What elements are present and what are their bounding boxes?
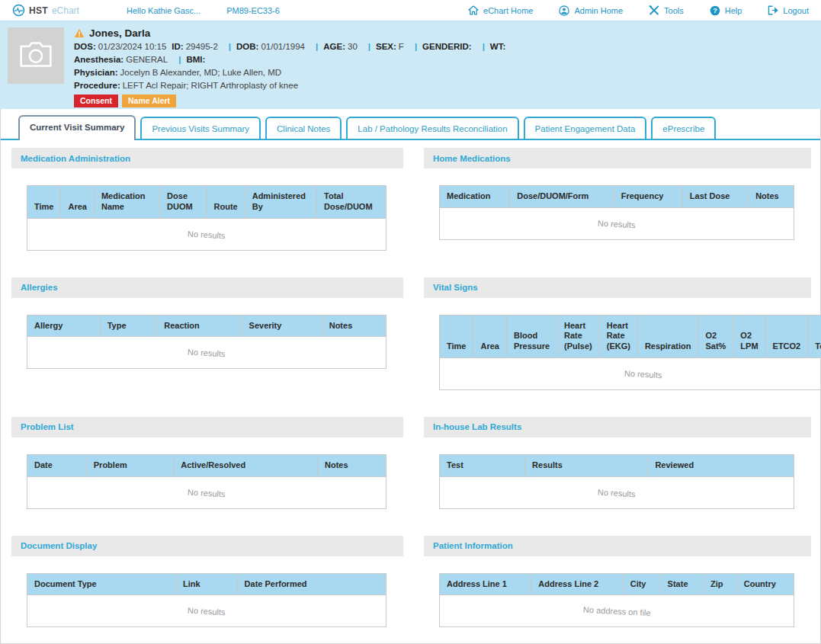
empty-cell: No results <box>27 476 386 508</box>
column-header-problem: Problem <box>86 454 173 476</box>
no-results-text: No address on file <box>582 605 650 618</box>
document-display-table: Document TypeLinkDate PerformedNo result… <box>27 573 386 628</box>
field-procedure: Procedure:LEFT Acl Repair; RIGHT Arthrop… <box>74 81 298 90</box>
nav-help[interactable]: ?Help <box>710 5 742 16</box>
in-house-lab-results-table: TestResultsReviewedNo results <box>439 454 794 509</box>
problem-list-table: DateProblemActive/ResolvedNotesNo result… <box>27 454 386 509</box>
summary-panels-grid: Medication AdministrationTimeAreaMedicat… <box>1 140 820 641</box>
column-header-type: Type <box>100 315 157 337</box>
column-header-city: City <box>623 573 660 595</box>
tools-icon <box>649 5 659 16</box>
field-sex: SEX:F <box>376 42 404 51</box>
field-anesthesia: Anesthesia:GENERAL <box>74 55 168 64</box>
alert-badge-name-alert[interactable]: Name Alert <box>122 95 176 107</box>
empty-row: No results <box>440 207 794 239</box>
field-genderid: GENDERID: <box>422 42 472 51</box>
brand: HST eChart <box>12 4 79 17</box>
no-results-text: No results <box>624 368 662 380</box>
field-label: SEX: <box>376 42 396 51</box>
nav-logout[interactable]: Logout <box>768 5 809 16</box>
panel-body: Document TypeLinkDate PerformedNo result… <box>11 556 403 642</box>
tab-eprescribe[interactable]: ePrescribe <box>651 117 716 139</box>
tab-previous-visits-summary[interactable]: Previous Visits Summary <box>140 117 261 139</box>
patient-photo-placeholder <box>8 27 64 84</box>
nav-label: Tools <box>664 6 684 15</box>
column-header-active-resolved: Active/Resolved <box>174 454 318 476</box>
patient-info: Jones, Darla DOS:01/23/2024 10:15ID:2949… <box>74 27 511 107</box>
column-header-time: Time <box>440 315 473 357</box>
panel-header: Problem List <box>11 417 403 437</box>
column-header-address-line-2: Address Line 2 <box>531 573 623 595</box>
patient-banner: Jones, Darla DOS:01/23/2024 10:15ID:2949… <box>0 21 821 109</box>
panel-header: In-house Lab Results <box>424 417 811 437</box>
panel-header: Medication Administration <box>11 148 403 168</box>
column-header-total-dose-duom: Total Dose/DUOM <box>317 186 386 219</box>
brand-hst: HST <box>29 5 48 16</box>
tab-lab-pathology-results-reconciliation[interactable]: Lab / Pathology Results Reconciliation <box>346 117 518 139</box>
empty-row: No address on file <box>440 595 794 627</box>
panel-home-medications: Home MedicationsMedicationDose/DUOM/Form… <box>424 148 811 254</box>
column-header-notes: Notes <box>322 315 386 337</box>
field-value: LEFT Acl Repair; RIGHT Arthroplasty of k… <box>123 81 298 90</box>
table-header-row: TestResultsReviewed <box>440 454 794 476</box>
panel-medication-administration: Medication AdministrationTimeAreaMedicat… <box>11 148 403 264</box>
no-results-text: No results <box>188 348 226 359</box>
alert-badge-consent[interactable]: Consent <box>74 95 118 107</box>
column-header-country: Country <box>736 573 794 595</box>
field-dob: DOB:01/01/1994 <box>236 42 305 51</box>
nav-echart-home[interactable]: eChart Home <box>468 5 533 16</box>
panel-header: Allergies <box>11 277 403 298</box>
column-header-reaction: Reaction <box>157 315 242 337</box>
column-header-test: Test <box>440 454 525 476</box>
physician-line: Physician:Jocelyn B Alexander, MD; Luke … <box>74 66 511 79</box>
column-header-heart-rate-ekg: Heart Rate (EKG) <box>599 315 637 357</box>
empty-cell: No results <box>440 476 794 508</box>
nav-tools[interactable]: Tools <box>649 5 684 16</box>
empty-row: No results <box>440 476 794 508</box>
user-greeting-link[interactable]: Hello Kathie Gasc... <box>127 6 200 15</box>
session-code-link[interactable]: PM89-EC33-6 <box>226 6 280 15</box>
field-id: ID:29495-2 <box>172 42 218 51</box>
table-header-row: Document TypeLinkDate Performed <box>27 573 386 595</box>
tab-current-visit-summary[interactable]: Current Visit Summary <box>18 115 136 140</box>
column-header-medication: Medication <box>440 186 510 208</box>
field-label: WT: <box>490 42 505 51</box>
tab-patient-engagement-data[interactable]: Patient Engagement Data <box>524 117 647 139</box>
column-header-etco2: ETCO2 <box>765 315 808 357</box>
empty-cell: No results <box>27 218 386 250</box>
column-header-allergy: Allergy <box>27 315 101 337</box>
field-label: Procedure: <box>74 81 120 90</box>
column-header-document-type: Document Type <box>27 573 176 595</box>
panel-title: Patient Information <box>433 541 513 550</box>
no-results-text: No results <box>188 487 226 498</box>
empty-cell: No results <box>440 357 821 389</box>
footer: Created by: Kathi Gascho, RN; on 01/25/2… <box>1 641 820 644</box>
empty-cell: No results <box>440 207 794 239</box>
panel-body: MedicationDose/DUOM/FormFrequencyLast Do… <box>424 168 811 254</box>
field-value: Jocelyn B Alexander, MD; Luke Allen, MD <box>120 68 282 77</box>
topbar: HST eChart Hello Kathie Gasc... PM89-EC3… <box>0 0 821 21</box>
warning-icon <box>74 28 85 38</box>
column-header-temp: Temp. <box>808 315 821 357</box>
field-wt: WT: <box>490 42 505 51</box>
no-results-text: No results <box>598 218 636 229</box>
column-header-administered-by: Administered By <box>245 186 316 219</box>
column-header-area: Area <box>61 186 94 219</box>
table-header-row: MedicationDose/DUOM/FormFrequencyLast Do… <box>440 186 794 208</box>
tab-clinical-notes[interactable]: Clinical Notes <box>265 117 342 139</box>
column-header-reviewed: Reviewed <box>648 454 794 476</box>
nav-admin-home[interactable]: Admin Home <box>559 5 623 16</box>
field-value: 01/01/1994 <box>261 42 305 51</box>
table-header-row: DateProblemActive/ResolvedNotes <box>27 454 386 476</box>
field-bmi: BMI: <box>186 55 205 64</box>
no-results-text: No results <box>188 606 226 617</box>
field-separator: | <box>178 55 181 64</box>
empty-row: No results <box>440 357 821 389</box>
column-header-notes: Notes <box>317 454 386 476</box>
panel-title: In-house Lab Results <box>433 422 521 431</box>
patient-information-table: Address Line 1Address Line 2CityStateZip… <box>439 573 794 628</box>
panel-title: Vital Signs <box>433 283 478 292</box>
panel-header: Vital Signs <box>424 277 811 298</box>
panel-patient-information: Patient InformationAddress Line 1Address… <box>424 536 811 642</box>
nav-label: Logout <box>783 6 809 15</box>
